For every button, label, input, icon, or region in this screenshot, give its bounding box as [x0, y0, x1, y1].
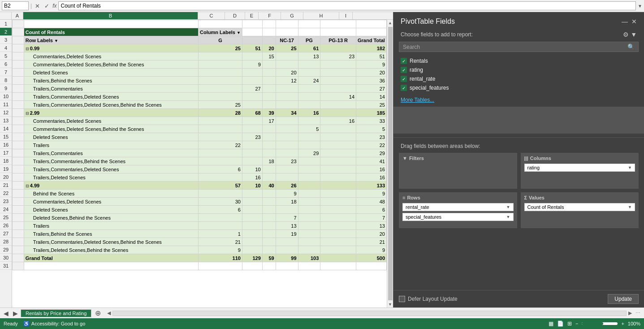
confirm-formula-icon[interactable]: ✓	[43, 3, 51, 9]
fx-label: fx	[52, 3, 56, 9]
cell-reference-box[interactable]: B2	[2, 1, 29, 10]
col-header-E[interactable]: E	[245, 12, 259, 19]
table-row: Grand Total 110 129 59 99 103 500	[13, 254, 387, 262]
pivot-chip-rental-rate[interactable]: rental_rate ▼	[402, 203, 514, 211]
row-num-18[interactable]: 18	[0, 157, 12, 165]
row-num-19[interactable]: 19	[0, 165, 12, 173]
pivot-checkbox-rental-rate[interactable]: ✓	[401, 76, 407, 82]
col-header-I[interactable]: I	[339, 12, 353, 19]
page-layout-icon[interactable]: 📄	[557, 320, 564, 327]
row-num-1[interactable]: 1	[0, 20, 12, 28]
table-row	[13, 262, 387, 270]
table-row: Commentaries,Deleted Scenes,Behind the S…	[13, 125, 387, 133]
horizontal-scrollbar[interactable]	[112, 311, 627, 316]
check-icon: ✓	[402, 68, 406, 73]
row-num-26[interactable]: 26	[0, 221, 12, 229]
row-num-23[interactable]: 23	[0, 197, 12, 205]
row-num-9[interactable]: 9	[0, 84, 12, 92]
row-num-8[interactable]: 8	[0, 76, 12, 84]
row-num-28[interactable]: 28	[0, 238, 12, 246]
chip-dropdown-icon[interactable]: ▼	[506, 215, 510, 219]
pivot-chip-special-features[interactable]: special_features ▼	[402, 213, 514, 221]
formula-input[interactable]: Count of Rentals	[58, 1, 636, 10]
col-header-F[interactable]: F	[259, 12, 281, 19]
row-num-31[interactable]: 31	[0, 262, 12, 270]
tab-nav-next[interactable]: ▶	[11, 310, 20, 317]
sheet-options-icon[interactable]: ⋯	[634, 310, 642, 316]
cancel-formula-icon[interactable]: ✕	[34, 3, 41, 9]
pivot-field-rating[interactable]: ✓ rating	[399, 65, 639, 74]
row-num-14[interactable]: 14	[0, 125, 12, 133]
table-row: ⊟0.99 25 51 20 25 61 182	[13, 44, 387, 52]
row-num-30[interactable]: 30	[0, 254, 12, 262]
pivot-field-special-features[interactable]: ✓ special_features	[399, 83, 639, 92]
row-num-25[interactable]: 25	[0, 213, 12, 221]
update-button[interactable]: Update	[608, 294, 639, 304]
minimize-icon[interactable]: —	[622, 18, 628, 25]
pivot-fields-list: ✓ Rentals ✓ rating ✓ rental_rate	[393, 56, 644, 92]
pivot-checkbox-rating[interactable]: ✓	[401, 67, 407, 73]
normal-view-icon[interactable]: ▦	[549, 320, 553, 327]
row-num-2[interactable]: 2	[0, 28, 12, 36]
scroll-right-icon[interactable]: ▶	[628, 310, 632, 316]
row-num-13[interactable]: 13	[0, 117, 12, 125]
zoom-out-icon[interactable]: −	[575, 321, 578, 326]
row-num-6[interactable]: 6	[0, 60, 12, 68]
row-num-24[interactable]: 24	[0, 205, 12, 213]
add-sheet-button[interactable]: ⊕	[92, 309, 104, 317]
pivot-divider	[393, 137, 644, 138]
more-tables-link[interactable]: More Tables...	[393, 96, 644, 107]
table-row: Trailers 22 22	[13, 141, 387, 149]
row-num-15[interactable]: 15	[0, 133, 12, 141]
vertical-scrollbar[interactable]: ▲ ▼	[387, 20, 393, 307]
row-num-20[interactable]: 20	[0, 173, 12, 181]
table-row: Trailers,Commentaries 27 27	[13, 85, 387, 93]
columns-icon: |||	[524, 156, 528, 161]
col-header-G[interactable]: G	[281, 12, 303, 19]
tab-nav-prev[interactable]: ◀	[2, 310, 10, 317]
scroll-left-icon[interactable]: ◀	[107, 310, 111, 316]
chip-dropdown-icon[interactable]: ▼	[628, 165, 632, 170]
col-header-C[interactable]: C	[198, 12, 225, 19]
row-num-3[interactable]: 3	[0, 36, 12, 44]
row-num-29[interactable]: 29	[0, 246, 12, 254]
pivot-gear-icon[interactable]: ⚙ ▼	[623, 31, 637, 38]
formula-dropdown-icon[interactable]: ▼	[638, 4, 642, 9]
row-num-17[interactable]: 17	[0, 149, 12, 157]
chip-dropdown-icon[interactable]: ▼	[506, 205, 510, 209]
defer-layout-checkbox[interactable]: Defer Layout Update	[399, 296, 458, 302]
col-header-A[interactable]: A	[12, 12, 23, 19]
row-num-4[interactable]: 4	[0, 44, 12, 52]
row-num-10[interactable]: 10	[0, 92, 12, 100]
pivot-field-rentals[interactable]: ✓ Rentals	[399, 56, 639, 65]
pivot-chip-rating[interactable]: rating ▼	[524, 164, 635, 172]
row-num-27[interactable]: 27	[0, 229, 12, 238]
defer-cb-box[interactable]	[399, 296, 405, 302]
count-of-rentals-cell[interactable]: Count of Rentals	[24, 28, 198, 36]
row-num-21[interactable]: 21	[0, 181, 12, 189]
close-icon[interactable]: ✕	[631, 18, 637, 25]
row-num-16[interactable]: 16	[0, 141, 12, 149]
row-num-22[interactable]: 22	[0, 189, 12, 197]
pivot-filters-header: ▼ Filters	[402, 156, 514, 161]
sheet-tab-rentals[interactable]: Rentals by Price and Rating	[21, 309, 91, 317]
zoom-slider[interactable]	[582, 322, 618, 325]
row-num-11[interactable]: 11	[0, 100, 12, 108]
row-num-5[interactable]: 5	[0, 52, 12, 60]
page-break-icon[interactable]: ⊞	[567, 320, 572, 327]
pivot-search-input[interactable]	[403, 44, 626, 50]
row-num-12[interactable]: 12	[0, 108, 12, 117]
pivot-chip-count-rentals[interactable]: Count of Rentals ▼	[524, 203, 635, 211]
col-header-H[interactable]: H	[303, 12, 339, 19]
pivot-checkbox-special-features[interactable]: ✓	[401, 85, 407, 91]
check-icon: ✓	[402, 86, 406, 91]
chip-dropdown-icon[interactable]: ▼	[628, 205, 632, 209]
pivot-checkbox-rentals[interactable]: ✓	[401, 58, 407, 64]
col-header-D[interactable]: D	[225, 12, 245, 19]
zoom-in-icon[interactable]: +	[621, 321, 624, 326]
pivot-field-label: rating	[410, 67, 423, 73]
row-num-7[interactable]: 7	[0, 68, 12, 76]
col-header-B[interactable]: B	[23, 12, 198, 19]
pivot-field-rental-rate[interactable]: ✓ rental_rate	[399, 74, 639, 83]
table-row: Deleted Scenes,Behind the Scenes 7 7	[13, 214, 387, 222]
